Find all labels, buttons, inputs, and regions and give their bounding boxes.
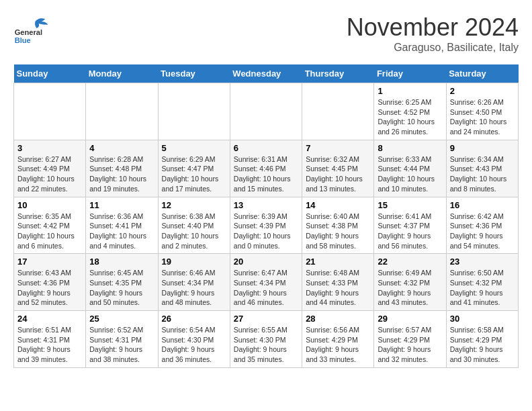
day-info: Sunrise: 6:55 AMSunset: 4:30 PMDaylight:… xyxy=(234,325,298,365)
day-info: Sunrise: 6:36 AMSunset: 4:41 PMDaylight:… xyxy=(89,212,154,251)
calendar-cell-1-1: 4Sunrise: 6:28 AMSunset: 4:48 PMDaylight… xyxy=(86,140,158,197)
calendar-cell-3-0: 17Sunrise: 6:43 AMSunset: 4:36 PMDayligh… xyxy=(14,254,86,311)
calendar-cell-1-5: 8Sunrise: 6:33 AMSunset: 4:44 PMDaylight… xyxy=(374,140,446,197)
calendar-cell-0-1 xyxy=(86,83,158,140)
day-info: Sunrise: 6:49 AMSunset: 4:32 PMDaylight:… xyxy=(378,268,442,308)
calendar-cell-4-6: 30Sunrise: 6:58 AMSunset: 4:29 PMDayligh… xyxy=(446,311,518,368)
calendar-cell-2-3: 13Sunrise: 6:39 AMSunset: 4:39 PMDayligh… xyxy=(230,197,302,254)
day-number: 9 xyxy=(450,143,515,153)
calendar-cell-0-4 xyxy=(302,83,374,140)
calendar-cell-3-3: 20Sunrise: 6:47 AMSunset: 4:34 PMDayligh… xyxy=(230,254,302,311)
calendar-table: Sunday Monday Tuesday Wednesday Thursday… xyxy=(13,64,519,368)
header-tuesday: Tuesday xyxy=(158,64,230,83)
day-info: Sunrise: 6:39 AMSunset: 4:39 PMDaylight:… xyxy=(234,212,298,251)
header-monday: Monday xyxy=(86,64,158,83)
calendar-cell-4-0: 24Sunrise: 6:51 AMSunset: 4:31 PMDayligh… xyxy=(14,311,86,368)
calendar-cell-1-0: 3Sunrise: 6:27 AMSunset: 4:49 PMDaylight… xyxy=(14,140,86,197)
week-row-3: 17Sunrise: 6:43 AMSunset: 4:36 PMDayligh… xyxy=(14,254,519,311)
calendar-cell-0-5: 1Sunrise: 6:25 AMSunset: 4:52 PMDaylight… xyxy=(374,83,446,140)
day-info: Sunrise: 6:54 AMSunset: 4:30 PMDaylight:… xyxy=(162,325,226,365)
day-info: Sunrise: 6:46 AMSunset: 4:34 PMDaylight:… xyxy=(162,268,226,308)
day-info: Sunrise: 6:29 AMSunset: 4:47 PMDaylight:… xyxy=(162,154,226,194)
day-info: Sunrise: 6:31 AMSunset: 4:46 PMDaylight:… xyxy=(234,154,298,194)
day-number: 26 xyxy=(162,314,226,324)
calendar-cell-3-5: 22Sunrise: 6:49 AMSunset: 4:32 PMDayligh… xyxy=(374,254,446,311)
day-number: 1 xyxy=(378,86,442,96)
calendar-cell-1-3: 6Sunrise: 6:31 AMSunset: 4:46 PMDaylight… xyxy=(230,140,302,197)
week-row-4: 24Sunrise: 6:51 AMSunset: 4:31 PMDayligh… xyxy=(14,311,519,368)
day-info: Sunrise: 6:50 AMSunset: 4:32 PMDaylight:… xyxy=(450,268,515,308)
calendar-cell-3-1: 18Sunrise: 6:45 AMSunset: 4:35 PMDayligh… xyxy=(86,254,158,311)
title-section: November 2024 Garaguso, Basilicate, Ital… xyxy=(347,13,519,54)
day-number: 16 xyxy=(450,200,515,210)
day-number: 13 xyxy=(234,200,298,210)
day-info: Sunrise: 6:58 AMSunset: 4:29 PMDaylight:… xyxy=(450,325,515,365)
day-number: 4 xyxy=(89,143,154,153)
day-number: 11 xyxy=(89,200,154,210)
calendar-cell-4-2: 26Sunrise: 6:54 AMSunset: 4:30 PMDayligh… xyxy=(158,311,230,368)
day-number: 21 xyxy=(306,257,370,267)
day-info: Sunrise: 6:41 AMSunset: 4:37 PMDaylight:… xyxy=(378,212,442,251)
calendar-cell-2-1: 11Sunrise: 6:36 AMSunset: 4:41 PMDayligh… xyxy=(86,197,158,254)
day-info: Sunrise: 6:56 AMSunset: 4:29 PMDaylight:… xyxy=(306,325,370,365)
location: Garaguso, Basilicate, Italy xyxy=(347,42,519,54)
calendar-cell-4-3: 27Sunrise: 6:55 AMSunset: 4:30 PMDayligh… xyxy=(230,311,302,368)
day-number: 6 xyxy=(234,143,298,153)
logo: General Blue xyxy=(13,13,54,47)
day-info: Sunrise: 6:35 AMSunset: 4:42 PMDaylight:… xyxy=(17,212,82,251)
calendar-cell-3-4: 21Sunrise: 6:48 AMSunset: 4:33 PMDayligh… xyxy=(302,254,374,311)
calendar-cell-3-6: 23Sunrise: 6:50 AMSunset: 4:32 PMDayligh… xyxy=(446,254,518,311)
day-number: 5 xyxy=(162,143,226,153)
day-number: 27 xyxy=(234,314,298,324)
header-wednesday: Wednesday xyxy=(230,64,302,83)
calendar-cell-2-4: 14Sunrise: 6:40 AMSunset: 4:38 PMDayligh… xyxy=(302,197,374,254)
day-number: 29 xyxy=(378,314,442,324)
day-info: Sunrise: 6:57 AMSunset: 4:29 PMDaylight:… xyxy=(378,325,442,365)
day-number: 15 xyxy=(378,200,442,210)
day-info: Sunrise: 6:45 AMSunset: 4:35 PMDaylight:… xyxy=(89,268,154,308)
calendar-cell-2-0: 10Sunrise: 6:35 AMSunset: 4:42 PMDayligh… xyxy=(14,197,86,254)
day-number: 28 xyxy=(306,314,370,324)
day-number: 30 xyxy=(450,314,515,324)
day-number: 23 xyxy=(450,257,515,267)
calendar-cell-4-1: 25Sunrise: 6:52 AMSunset: 4:31 PMDayligh… xyxy=(86,311,158,368)
svg-text:Blue: Blue xyxy=(15,36,31,44)
calendar-cell-2-5: 15Sunrise: 6:41 AMSunset: 4:37 PMDayligh… xyxy=(374,197,446,254)
day-number: 19 xyxy=(162,257,226,267)
day-number: 20 xyxy=(234,257,298,267)
day-info: Sunrise: 6:47 AMSunset: 4:34 PMDaylight:… xyxy=(234,268,298,308)
week-row-0: 1Sunrise: 6:25 AMSunset: 4:52 PMDaylight… xyxy=(14,83,519,140)
calendar-header-row: Sunday Monday Tuesday Wednesday Thursday… xyxy=(14,64,519,83)
day-number: 18 xyxy=(89,257,154,267)
day-info: Sunrise: 6:28 AMSunset: 4:48 PMDaylight:… xyxy=(89,154,154,194)
day-info: Sunrise: 6:51 AMSunset: 4:31 PMDaylight:… xyxy=(17,325,82,365)
day-number: 10 xyxy=(17,200,82,210)
calendar-cell-0-2 xyxy=(158,83,230,140)
day-number: 22 xyxy=(378,257,442,267)
calendar-cell-4-5: 29Sunrise: 6:57 AMSunset: 4:29 PMDayligh… xyxy=(374,311,446,368)
header-saturday: Saturday xyxy=(446,64,518,83)
day-info: Sunrise: 6:26 AMSunset: 4:50 PMDaylight:… xyxy=(450,97,515,137)
day-info: Sunrise: 6:34 AMSunset: 4:43 PMDaylight:… xyxy=(450,154,515,194)
week-row-2: 10Sunrise: 6:35 AMSunset: 4:42 PMDayligh… xyxy=(14,197,519,254)
svg-text:General: General xyxy=(15,28,42,36)
week-row-1: 3Sunrise: 6:27 AMSunset: 4:49 PMDaylight… xyxy=(14,140,519,197)
day-number: 12 xyxy=(162,200,226,210)
page-header: General Blue November 2024 Garaguso, Bas… xyxy=(13,13,519,54)
calendar-cell-1-6: 9Sunrise: 6:34 AMSunset: 4:43 PMDaylight… xyxy=(446,140,518,197)
calendar-cell-1-4: 7Sunrise: 6:32 AMSunset: 4:45 PMDaylight… xyxy=(302,140,374,197)
logo-icon: General Blue xyxy=(13,13,54,47)
day-info: Sunrise: 6:25 AMSunset: 4:52 PMDaylight:… xyxy=(378,97,442,137)
header-thursday: Thursday xyxy=(302,64,374,83)
day-number: 3 xyxy=(17,143,82,153)
header-sunday: Sunday xyxy=(14,64,86,83)
calendar-cell-4-4: 28Sunrise: 6:56 AMSunset: 4:29 PMDayligh… xyxy=(302,311,374,368)
day-info: Sunrise: 6:32 AMSunset: 4:45 PMDaylight:… xyxy=(306,154,370,194)
day-number: 7 xyxy=(306,143,370,153)
calendar-cell-3-2: 19Sunrise: 6:46 AMSunset: 4:34 PMDayligh… xyxy=(158,254,230,311)
day-number: 25 xyxy=(89,314,154,324)
day-number: 2 xyxy=(450,86,515,96)
calendar-cell-0-3 xyxy=(230,83,302,140)
day-info: Sunrise: 6:27 AMSunset: 4:49 PMDaylight:… xyxy=(17,154,82,194)
day-info: Sunrise: 6:33 AMSunset: 4:44 PMDaylight:… xyxy=(378,154,442,194)
